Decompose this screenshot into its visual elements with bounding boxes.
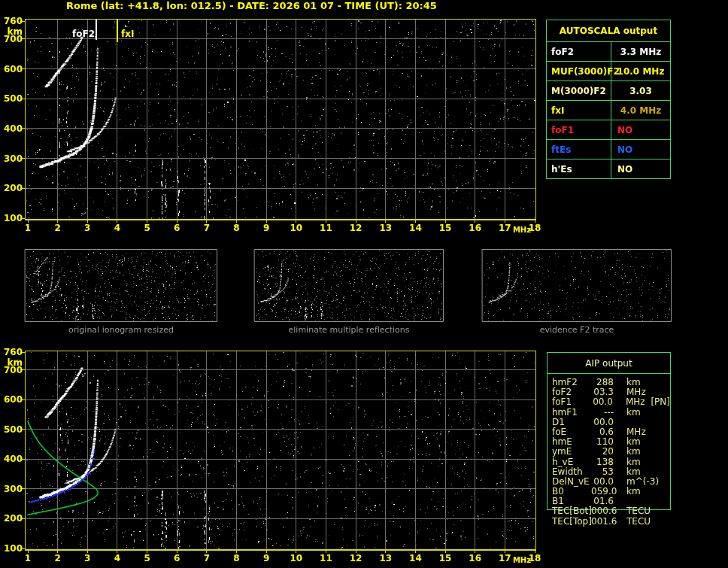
aip-cell: MHz [626, 397, 651, 407]
autoscala-row-value: 3.3 MHz [611, 42, 670, 61]
aip-cell: TEC[Bot] [552, 506, 591, 516]
x-tick-label: 4 [108, 223, 126, 233]
aip-cell: 001.6 [591, 517, 614, 527]
bottom-ionogram [0, 346, 544, 568]
aip-cell: D1 [552, 418, 591, 427]
x-tick-label: 13 [377, 553, 395, 563]
aip-cell: Ewidth [552, 467, 591, 477]
autoscala-row-label: h'Es [547, 159, 611, 178]
x-tick-label: 1 [19, 553, 37, 563]
aip-cell: 00.0 [591, 418, 614, 427]
aip-cell: [PN] [651, 397, 670, 407]
x-tick-label: 9 [257, 223, 275, 233]
x-axis-unit-label: MHz [511, 555, 533, 566]
aip-cell: h_vE [552, 457, 591, 467]
aip-row: foF100.0MHz[PN] [552, 397, 670, 407]
x-tick-label: 5 [138, 223, 156, 233]
autoscala-row-value: 4.0 MHz [611, 101, 670, 120]
y-tick-label: 600 [0, 64, 23, 74]
x-tick-label: 9 [257, 553, 275, 563]
aip-row: TEC[Bot]000.6TECU [552, 506, 670, 516]
aip-cell: km [626, 408, 652, 418]
autoscala-row-label: MUF(3000)F2 [547, 62, 611, 80]
aip-cell: --- [591, 408, 614, 418]
x-tick-label: 15 [436, 223, 454, 233]
aip-cell: ymE [552, 447, 591, 457]
autoscala-row-label: ftEs [547, 140, 611, 159]
y-tick-label: 200 [0, 513, 23, 524]
y-tick-label: 100 [0, 213, 23, 223]
autoscala-row-label: M(3000)F2 [547, 81, 611, 100]
autoscala-row: M(3000)F23.03 [547, 80, 670, 100]
x-tick-label: 16 [466, 553, 484, 563]
aip-cell: 20 [591, 447, 614, 457]
autoscala-row: foF1NO [547, 120, 670, 139]
aip-row: TEC[Top]001.6TECU [552, 517, 670, 527]
x-tick-label: 14 [406, 223, 424, 233]
aip-cell: km [626, 487, 652, 497]
y-tick-label: 600 [0, 394, 23, 405]
x-tick-label: 12 [347, 223, 365, 233]
x-tick-label: 14 [406, 553, 424, 563]
autoscala-row-value: NO [611, 140, 670, 159]
x-tick-label: 10 [287, 223, 305, 233]
x-tick-label: 8 [228, 223, 246, 233]
autoscala-row-value: NO [611, 120, 670, 139]
y-tick-label: 500 [0, 93, 23, 104]
autoscala-row: ftEsNO [547, 139, 670, 159]
autoscala-row: fxI4.0 MHz [547, 100, 670, 120]
autoscala-row-value: NO [611, 159, 670, 178]
autoscala-row-label: foF2 [547, 42, 611, 61]
x-tick-label: 11 [317, 553, 335, 563]
autoscala-row: h'EsNO [547, 159, 670, 178]
panel-caption-evidence: evidence F2 trace [487, 325, 667, 335]
aip-row: D100.0 [552, 418, 670, 427]
x-tick-label: 2 [49, 553, 67, 563]
aip-cell: 000.6 [591, 506, 614, 516]
x-tick-label: 16 [466, 223, 484, 233]
aip-cell: km [626, 447, 652, 457]
autoscala-row-label: fxI [547, 101, 611, 120]
panel-original-ionogram [25, 249, 217, 322]
aip-table-rows: hmF2288kmfoF203.3MHzfoF100.0MHz[PN]hmF1-… [548, 374, 670, 527]
aip-cell: 00.0 [590, 397, 613, 407]
aip-cell: km [626, 467, 652, 477]
autoscala-row: MUF(3000)F210.0 MHz [547, 61, 670, 80]
aip-cell: km [626, 457, 652, 467]
y-tick-label: 760 [0, 16, 23, 26]
y-tick-label: 200 [0, 183, 23, 193]
aip-row: h_vE138km [552, 457, 670, 467]
y-axis-unit-label: km [0, 26, 23, 37]
y-tick-label: 400 [0, 454, 23, 464]
panel-caption-original: original ionogram resized [31, 325, 211, 335]
x-axis-unit-label: MHz [511, 225, 533, 235]
foF2-marker-label: foF2 [66, 29, 95, 39]
autoscala-row: foF23.3 MHz [547, 41, 670, 61]
x-tick-label: 13 [377, 223, 395, 233]
x-tick-label: 3 [78, 223, 96, 233]
autoscala-row-value: 3.03 [611, 81, 670, 100]
x-tick-label: 1 [19, 223, 37, 233]
autoscala-table-title: AUTOSCALA output [547, 20, 670, 41]
y-tick-label: 100 [0, 543, 23, 554]
aip-cell: foF1 [552, 397, 590, 407]
aip-row: Ewidth53km [552, 467, 670, 477]
x-tick-label: 6 [168, 223, 186, 233]
aip-table-title: AIP output [548, 353, 670, 374]
x-tick-label: 10 [287, 553, 305, 563]
autoscala-table: AUTOSCALA output foF23.3 MHzMUF(3000)F21… [546, 20, 671, 179]
x-tick-label: 7 [198, 553, 216, 563]
panel-eliminate-reflections [254, 249, 444, 322]
autoscala-table-rows: foF23.3 MHzMUF(3000)F210.0 MHzM(3000)F23… [547, 41, 670, 178]
aip-cell: hmF1 [552, 408, 591, 418]
x-tick-label: 11 [317, 223, 335, 233]
y-tick-label: 300 [0, 153, 23, 164]
x-tick-label: 7 [198, 223, 216, 233]
aip-cell: TECU [626, 517, 652, 527]
aip-row: hmF1---km [552, 408, 670, 418]
aip-row: ymE20km [552, 447, 670, 457]
y-tick-label: 500 [0, 424, 23, 435]
panel-caption-eliminate: eliminate multiple reflections [259, 325, 439, 335]
aip-cell [626, 418, 652, 427]
fxI-marker-label: fxI [121, 29, 134, 39]
